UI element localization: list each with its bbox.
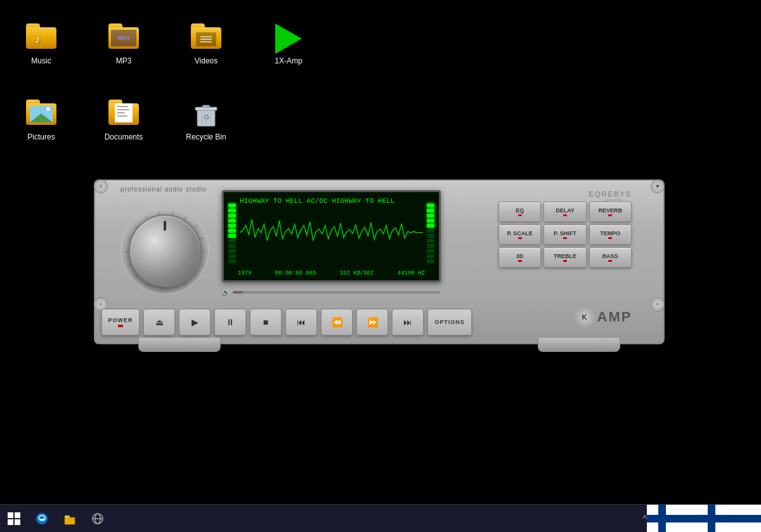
stop-button[interactable]: ■	[250, 309, 282, 335]
pause-button[interactable]: ⏸	[214, 309, 246, 335]
prev-button[interactable]: ⏮	[285, 309, 317, 335]
mountain-icon	[30, 114, 53, 122]
svg-rect-29	[65, 517, 75, 524]
effects-row-1: EQ DELAY REVERB	[498, 202, 632, 222]
eject-icon: ⏏	[155, 317, 164, 327]
mp3-folder-icon: MP3	[108, 23, 139, 54]
music-icon-label: Music	[31, 56, 51, 65]
bass-button[interactable]: BASS	[589, 247, 632, 268]
stop-icon: ■	[263, 317, 268, 327]
tempo-button[interactable]: TEMPO	[589, 224, 632, 245]
eq-button[interactable]: EQ	[498, 202, 541, 222]
desktop-icon-mp3[interactable]: MP3 MP3	[95, 10, 152, 79]
effects-row-3: 3D TREBLE BASS	[498, 247, 632, 268]
pscale-label: P. SCALE	[507, 230, 532, 237]
waveform-display	[240, 206, 423, 260]
vu-meter-left	[227, 204, 237, 278]
volume-knob[interactable]	[129, 214, 202, 287]
recyclebin-icon: ♻	[191, 100, 221, 130]
knob-ring	[120, 206, 209, 295]
delay-label: DELAY	[556, 207, 575, 214]
video-lines	[200, 36, 212, 42]
player-title: professional audio studio	[120, 186, 207, 193]
videos-folder-icon	[191, 23, 221, 54]
desktop-icons-grid: ♪ Music MP3 MP3	[0, 0, 761, 165]
svg-rect-27	[15, 519, 20, 525]
audio-player: ✕ ▼ + + professional audio studio	[94, 179, 665, 357]
svg-point-28	[36, 513, 48, 524]
flag-horizontal-bar-1	[647, 515, 685, 522]
pictures-icon-label: Pictures	[27, 133, 55, 141]
options-button[interactable]: OPTIONS	[427, 309, 472, 335]
forward-icon: ⏩	[367, 317, 378, 327]
doc-lines	[115, 103, 133, 119]
desktop: ♪ Music MP3 MP3	[0, 0, 761, 504]
svg-line-8	[135, 275, 138, 278]
year-display: 1979	[238, 270, 252, 276]
treble-button[interactable]: TREBLE	[543, 247, 586, 268]
treble-label: TREBLE	[554, 253, 576, 259]
next-button[interactable]: ⏭	[392, 309, 424, 335]
menu-button[interactable]: ▼	[651, 179, 665, 193]
power-label: POWER	[108, 317, 133, 323]
pictures-folder-icon	[26, 100, 56, 130]
mp3-icon-label: MP3	[116, 56, 132, 65]
flag-section-1[interactable]	[647, 505, 685, 533]
flag-horizontal-bar-2	[685, 515, 761, 522]
start-button[interactable]	[0, 505, 28, 533]
amp-icon-label: 1X-Amp	[275, 56, 302, 65]
pause-icon: ⏸	[226, 317, 235, 327]
svg-rect-24	[8, 512, 13, 518]
svg-line-22	[185, 283, 186, 287]
delay-button[interactable]: DELAY	[543, 202, 586, 222]
3d-button[interactable]: 3D	[498, 247, 541, 268]
pscale-indicator	[518, 237, 522, 239]
logo-circle: K	[575, 307, 595, 327]
tempo-label: TEMPO	[600, 230, 620, 237]
player-foot-left	[138, 338, 221, 352]
notification-area: ^	[642, 514, 647, 524]
desktop-icon-recyclebin[interactable]: ♻ Recycle Bin	[178, 86, 235, 155]
flag-vertical-bar-1	[658, 505, 666, 533]
music-folder-icon: ♪	[26, 23, 56, 54]
flag-background-1	[647, 505, 685, 533]
forward-button[interactable]: ⏩	[356, 309, 388, 335]
network-button[interactable]	[85, 506, 110, 531]
volume-knob-area	[114, 193, 216, 308]
desktop-icon-pictures[interactable]: Pictures	[13, 86, 70, 155]
player-logo: K AMP	[559, 301, 647, 333]
play-button[interactable]: ▶	[179, 309, 211, 335]
pscale-button[interactable]: P. SCALE	[498, 224, 541, 245]
player-foot-right	[538, 338, 620, 352]
amp-app-icon	[273, 23, 304, 54]
videos-icon-label: Videos	[195, 56, 218, 65]
3d-label: 3D	[516, 253, 524, 259]
display-inner: HIGHWAY TO HELL AC/DC HIGHWAY TO HELL 19…	[224, 192, 439, 280]
desktop-icon-music[interactable]: ♪ Music	[13, 10, 70, 79]
pshift-button[interactable]: P. SHIFT	[543, 224, 586, 245]
eject-button[interactable]: ⏏	[143, 309, 175, 335]
display-screen: HIGHWAY TO HELL AC/DC HIGHWAY TO HELL 19…	[222, 190, 441, 282]
knob-indicator	[164, 221, 166, 231]
power-button[interactable]: POWER	[101, 309, 140, 335]
seek-bar-track[interactable]	[233, 291, 441, 294]
desktop-icon-1xamp[interactable]: 1X-Amp	[260, 10, 317, 79]
logo-text: AMP	[597, 309, 632, 325]
power-indicator	[118, 325, 123, 327]
edge-browser-button[interactable]	[29, 506, 55, 531]
reverb-indicator	[608, 214, 612, 216]
rewind-icon: ⏪	[332, 317, 342, 327]
flag-section-2[interactable]	[685, 505, 761, 533]
close-button[interactable]: ✕	[94, 179, 108, 193]
chevron-up-button[interactable]: ^	[642, 514, 647, 524]
player-feet	[94, 338, 665, 357]
mp3-label: MP3	[118, 35, 130, 41]
reverb-button[interactable]: REVERB	[589, 202, 632, 222]
rewind-button[interactable]: ⏪	[321, 309, 353, 335]
file-explorer-button[interactable]	[57, 506, 82, 531]
music-note-icon: ♪	[35, 33, 41, 46]
eq-indicator	[518, 214, 522, 216]
bass-label: BASS	[602, 253, 618, 259]
desktop-icon-videos[interactable]: Videos	[178, 10, 235, 79]
desktop-icon-documents[interactable]: Documents	[95, 86, 152, 155]
